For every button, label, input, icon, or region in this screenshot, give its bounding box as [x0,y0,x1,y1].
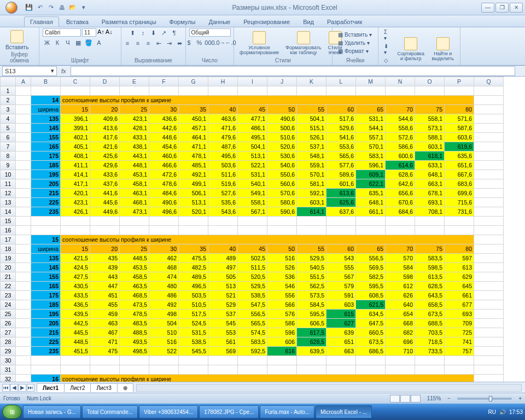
cell-G30[interactable] [179,356,208,365]
cell-B9[interactable]: 185 [31,161,61,170]
col-header-C[interactable]: C [61,77,90,86]
cell-H1[interactable] [208,86,238,96]
cell-Q18[interactable] [474,244,504,254]
cell-P29[interactable]: 757 [445,347,474,356]
percent-icon[interactable]: % [195,38,204,47]
cell-I13[interactable]: 558,1 [238,198,267,207]
qat-item-5[interactable]: ▾ [79,3,88,12]
cell-C32[interactable]: соотношение высоты профиля к ширине [61,375,474,382]
cell-D24[interactable]: 455 [90,300,120,310]
cell-J7[interactable]: 520,6 [267,142,297,151]
col-header-Q[interactable]: Q [474,77,504,86]
cell-L7[interactable]: 553,6 [326,142,356,151]
cell-G12[interactable]: 506,1 [179,189,208,198]
cell-M26[interactable]: 647,5 [356,319,386,328]
autosum-button[interactable]: Σ ▾ [382,28,390,42]
cell-D25[interactable]: 459 [90,310,120,319]
cell-J25[interactable]: 576 [267,310,297,319]
qat-item-0[interactable]: 💾 [25,3,33,12]
taskbar-app-5[interactable]: Microsoft Excel - ... [316,405,372,418]
cell-G24[interactable]: 510,5 [179,300,208,310]
cell-C23[interactable]: 433,5 [61,291,90,300]
cell-H29[interactable]: 569 [208,347,238,356]
cell-I1[interactable] [238,86,267,96]
cell-N26[interactable]: 668 [386,319,415,328]
cell-A13[interactable] [16,198,31,207]
view-layout-button[interactable] [400,395,410,402]
cell-B26[interactable]: 205 [31,319,61,328]
cell-P4[interactable]: 571,6 [445,114,474,124]
minimize-button[interactable]: — [481,3,494,13]
cell-O4[interactable]: 558,1 [415,114,445,124]
cell-M21[interactable]: 582,5 [356,272,386,282]
cell-G15[interactable] [179,217,208,226]
sheet-nav-first[interactable]: ⏮ [2,384,10,392]
cell-Q1[interactable] [474,86,504,96]
ribbon-tab-4[interactable]: Данные [202,16,236,27]
cell-K8[interactable]: 548,1 [297,151,326,161]
cell-C14[interactable]: 426,1 [61,207,90,217]
col-header-G[interactable]: G [179,77,208,86]
cell-K9[interactable]: 559,1 [297,161,326,170]
taskbar-app-2[interactable]: Viber +380632454... [139,405,198,418]
cell-Q32[interactable] [474,375,504,382]
cell-N30[interactable] [386,356,415,365]
cell-P22[interactable]: 645 [445,282,474,291]
cell-K24[interactable]: 584,5 [297,300,326,310]
cell-E18[interactable]: 25 [120,244,149,254]
cell-A6[interactable] [16,133,31,142]
cell-M30[interactable] [356,356,386,365]
cell-M29[interactable]: 686,5 [356,347,386,356]
cell-J10[interactable]: 550,6 [267,170,297,179]
cell-D8[interactable]: 425,6 [90,151,120,161]
cell-P11[interactable]: 683,6 [445,179,474,189]
cell-N28[interactable]: 696 [386,337,415,347]
cell-A30[interactable] [16,356,31,365]
cell-B13[interactable]: 225 [31,198,61,207]
cell-A2[interactable] [16,96,31,105]
cell-H25[interactable]: 537 [208,310,238,319]
cell-I16[interactable] [238,226,267,235]
cell-O16[interactable] [415,226,445,235]
cell-Q29[interactable] [474,347,504,356]
cell-B28[interactable]: 225 [31,337,61,347]
cell-A28[interactable] [16,337,31,347]
sheet-tab-1[interactable]: Лист2 [64,383,91,392]
tray-time[interactable]: 17:53 [509,409,523,415]
col-header-L[interactable]: L [326,77,356,86]
cell-O13[interactable]: 693,1 [415,198,445,207]
align-center-icon[interactable]: ≡ [133,39,142,48]
cell-N11[interactable]: 642,6 [386,179,415,189]
cell-J27[interactable]: 596 [267,328,297,337]
cell-B5[interactable]: 145 [31,124,61,133]
cell-K10[interactable]: 570,1 [297,170,326,179]
sheet-tab-2[interactable]: Лист3 [90,383,117,392]
row-header-4[interactable]: 4 [1,114,16,124]
ribbon-tab-7[interactable]: Разработчик [321,16,368,27]
cell-B21[interactable]: 155 [31,272,61,282]
cell-J11[interactable]: 560,6 [267,179,297,189]
col-header-M[interactable]: M [356,77,386,86]
cell-K22[interactable]: 562,5 [297,282,326,291]
cell-F15[interactable] [149,217,179,226]
cell-H7[interactable]: 487,6 [208,142,238,151]
font-btn-1[interactable]: К [53,38,62,47]
align-middle-icon[interactable]: ↕ [139,28,148,37]
cell-G13[interactable]: 513,1 [179,198,208,207]
cell-A16[interactable] [16,226,31,235]
col-header-A[interactable]: A [16,77,31,86]
cell-G7[interactable]: 471,1 [179,142,208,151]
cell-D29[interactable]: 475 [90,347,120,356]
cell-O14[interactable]: 708,1 [415,207,445,217]
cell-L31[interactable] [326,365,356,375]
cell-M27[interactable]: 660,5 [356,328,386,337]
cell-A29[interactable] [16,347,31,356]
cell-C15[interactable] [61,217,90,226]
cell-H14[interactable]: 543,6 [208,207,238,217]
cell-J4[interactable]: 490,6 [267,114,297,124]
cell-J5[interactable]: 500,6 [267,124,297,133]
cell-N20[interactable]: 584 [386,263,415,272]
cell-L22[interactable]: 579 [326,282,356,291]
cell-L6[interactable]: 541,6 [326,133,356,142]
cell-P26[interactable]: 709 [445,319,474,328]
